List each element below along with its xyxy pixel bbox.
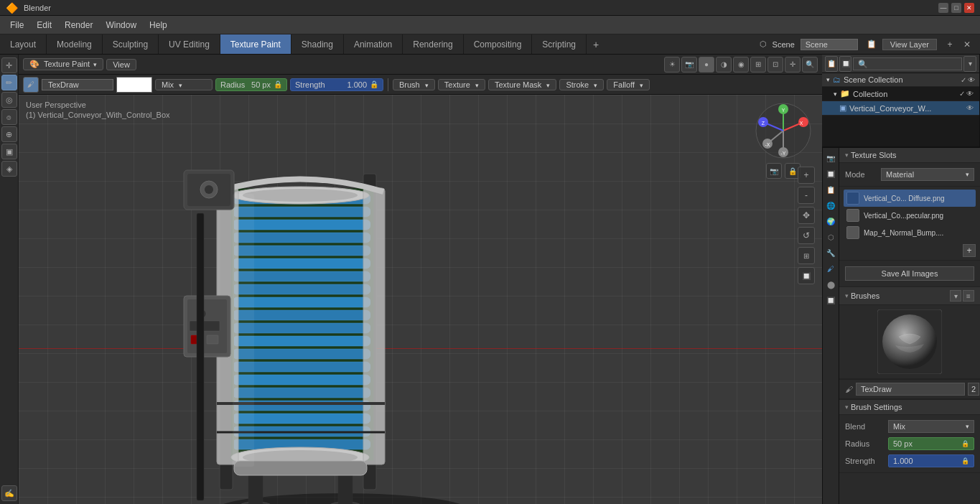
viewport-camera-icon[interactable]: 📷 — [681, 57, 697, 73]
outliner-view-layer-btn[interactable]: 🔲 — [839, 56, 852, 72]
prop-texture-btn[interactable]: 🔲 — [823, 293, 838, 307]
menu-help[interactable]: Help — [144, 19, 173, 32]
view-layer-settings[interactable]: ✕ — [960, 39, 974, 50]
brush-expand-btn[interactable]: ▾ — [950, 290, 961, 302]
prop-scene-btn[interactable]: 🌐 — [823, 198, 838, 213]
tool-draw[interactable]: ✏ — [1, 75, 17, 90]
strength-field[interactable]: Strength 1.000 🔒 — [290, 78, 383, 91]
brushes-label: Brushes — [851, 291, 879, 300]
radius-value: 50 px — [251, 80, 271, 89]
viewport-shading-material[interactable]: ◑ — [716, 57, 732, 73]
outliner-icon[interactable]: 📋 — [825, 56, 838, 72]
falloff-dropdown[interactable]: Falloff ▾ — [607, 79, 650, 90]
tab-add-button[interactable]: + — [587, 34, 605, 54]
tab-rendering[interactable]: Rendering — [403, 34, 463, 54]
stroke-dropdown[interactable]: Stroke ▾ — [559, 79, 604, 90]
prop-render-btn[interactable]: 📷 — [823, 151, 838, 165]
view-layer-button[interactable]: View Layer — [882, 39, 937, 50]
brush-icon[interactable]: 🖌 — [23, 77, 39, 93]
tab-texture-paint[interactable]: Texture Paint — [220, 34, 291, 54]
collection-eye-icon[interactable]: 👁 — [966, 90, 974, 98]
texture-add-btn[interactable]: + — [963, 244, 976, 257]
texture-mask-dropdown[interactable]: Texture Mask ▾ — [488, 79, 556, 90]
prop-world-btn[interactable]: 🌍 — [823, 214, 838, 228]
save-all-images-btn[interactable]: Save All Images — [845, 266, 974, 281]
prop-material-btn[interactable]: ⬤ — [823, 277, 838, 291]
brush-list-btn[interactable]: ≡ — [963, 290, 974, 302]
pan-btn[interactable]: ✥ — [798, 207, 815, 224]
prop-modifier-btn[interactable]: 🔧 — [823, 246, 838, 260]
object-eye-icon[interactable]: 👁 — [966, 104, 974, 112]
menu-edit[interactable]: Edit — [31, 19, 57, 32]
viewport-view-btn[interactable]: View — [106, 59, 136, 70]
brush-settings-label: Brush Settings — [851, 403, 902, 411]
blend-mode-dropdown[interactable]: Mix ▾ — [155, 79, 213, 90]
tab-uv-editing[interactable]: UV Editing — [159, 34, 220, 54]
menu-file[interactable]: File — [4, 19, 29, 32]
viewport-search[interactable]: 🔍 — [802, 57, 818, 73]
brush-name-input[interactable] — [42, 79, 113, 90]
viewport-xray[interactable]: ⊡ — [767, 57, 783, 73]
brush-settings-header[interactable]: ▾ Brush Settings — [839, 400, 980, 415]
tool-fill[interactable]: ▣ — [1, 144, 17, 159]
viewport-render-icon[interactable]: ☀ — [664, 57, 680, 73]
tool-clone[interactable]: ⊕ — [1, 126, 17, 142]
minimize-button[interactable]: — — [938, 3, 948, 13]
zoom-in-btn[interactable]: + — [798, 167, 815, 184]
close-button[interactable]: ✕ — [964, 3, 974, 13]
nav-camera-btn[interactable]: 📷 — [766, 163, 782, 179]
strength-row-input[interactable]: 1.000 🔒 — [888, 454, 974, 467]
prop-object-btn[interactable]: ⬡ — [823, 230, 838, 244]
object-item[interactable]: ▣ Vertical_Conveyor_W... 👁 — [822, 101, 979, 116]
tool-cursor[interactable]: ✛ — [1, 57, 17, 73]
texture-item-2[interactable]: Map_4_Normal_Bump.... — [844, 224, 976, 241]
outliner-search[interactable] — [853, 57, 962, 70]
radius-row-input[interactable]: 50 px 🔒 — [888, 437, 974, 450]
menu-window[interactable]: Window — [100, 19, 142, 32]
collection-item[interactable]: ▾ 📁 Collection ✓ 👁 — [822, 87, 979, 101]
color-swatch[interactable] — [116, 77, 152, 93]
zoom-out-btn[interactable]: - — [798, 187, 815, 204]
brushes-header[interactable]: ▾ Brushes ▾ ≡ — [839, 287, 980, 305]
viewport-shading-solid[interactable]: ● — [699, 57, 714, 73]
tool-mask[interactable]: ◈ — [1, 161, 17, 177]
tab-animation[interactable]: Animation — [344, 34, 403, 54]
texture-slots-header[interactable]: ▾ Texture Slots — [839, 148, 980, 163]
texture-item-0[interactable]: Vertical_Co... Diffuse.png — [844, 190, 976, 207]
menu-render[interactable]: Render — [59, 19, 98, 32]
maximize-button[interactable]: □ — [951, 3, 961, 13]
grid-btn[interactable]: ⊞ — [798, 247, 815, 264]
tool-smear[interactable]: ⌾ — [1, 109, 17, 125]
tab-shading[interactable]: Shading — [291, 34, 344, 54]
mode-dropdown[interactable]: Material ▾ — [881, 168, 974, 181]
prop-output-btn[interactable]: 🔲 — [823, 167, 838, 181]
snap-btn[interactable]: 🔲 — [798, 267, 815, 284]
scene-collection-header[interactable]: ▾ 🗂 Scene Collection ✓ 👁 — [822, 73, 979, 87]
tool-soften[interactable]: ◎ — [1, 92, 17, 108]
brush-name-field[interactable] — [856, 383, 965, 396]
scene-eye-icon[interactable]: 👁 — [968, 76, 975, 84]
tab-scripting[interactable]: Scripting — [532, 34, 587, 54]
radius-field[interactable]: Radius 50 px 🔒 — [215, 78, 287, 91]
texture-item-1[interactable]: Vertical_Co...pecular.png — [844, 207, 976, 224]
tab-modeling[interactable]: Modeling — [47, 34, 103, 54]
tab-compositing[interactable]: Compositing — [464, 34, 533, 54]
viewport-mode-btn[interactable]: 🎨 Texture Paint ▾ — [23, 58, 103, 70]
viewport-overlays[interactable]: ⊞ — [750, 57, 766, 73]
outliner-filter-btn[interactable]: ▾ — [963, 56, 976, 72]
orbit-btn[interactable]: ↺ — [798, 227, 815, 244]
viewport-gizmos[interactable]: ✛ — [785, 57, 801, 73]
view-layer-add[interactable]: + — [943, 39, 957, 50]
prop-data-btn[interactable]: 🖌 — [823, 261, 838, 276]
tool-annotate[interactable]: ✍ — [1, 485, 17, 501]
scene-name-input[interactable] — [801, 39, 858, 50]
tab-sculpting[interactable]: Sculpting — [103, 34, 159, 54]
viewport-shading-rendered[interactable]: ◉ — [733, 57, 749, 73]
tab-layout[interactable]: Layout — [0, 34, 47, 54]
brush-dropdown[interactable]: Brush ▾ — [393, 79, 435, 90]
prop-view-layer-btn[interactable]: 📋 — [823, 182, 838, 197]
blend-row: Blend Mix ▾ — [839, 418, 980, 435]
blend-row-dropdown[interactable]: Mix ▾ — [888, 420, 974, 433]
texture-dropdown[interactable]: Texture ▾ — [438, 79, 485, 90]
viewport-3d[interactable]: User Perspective (1) Vertical_Conveyor_W… — [19, 95, 822, 504]
